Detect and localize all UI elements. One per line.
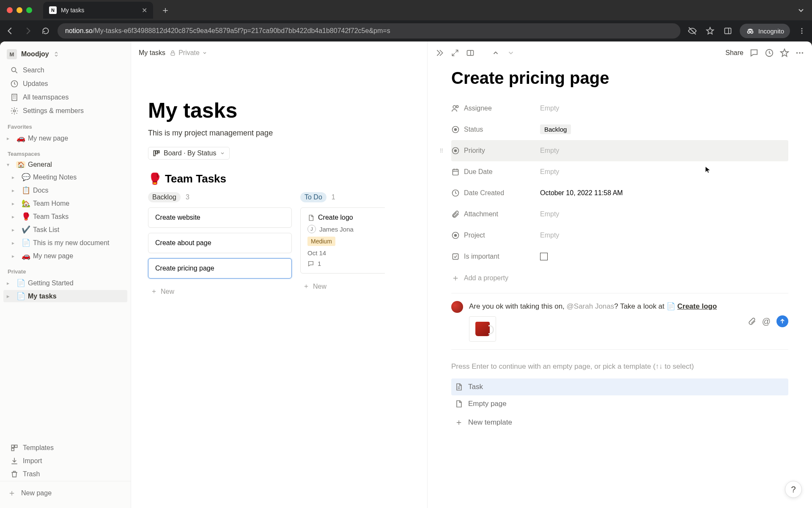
privacy-badge[interactable]: Private bbox=[170, 49, 207, 57]
inline-page-link[interactable]: Create logo bbox=[678, 302, 717, 310]
sidebar-import[interactable]: Import bbox=[3, 455, 127, 467]
prop-value[interactable]: Backlog bbox=[540, 126, 788, 133]
view-switcher[interactable]: Board · By Status bbox=[148, 147, 230, 160]
private-page[interactable]: ▸📄Getting Started bbox=[3, 277, 127, 289]
teamspace-page[interactable]: ▸📄This is my new document bbox=[3, 237, 127, 249]
incognito-badge[interactable]: Incognito bbox=[740, 24, 790, 38]
maximize-window-icon[interactable] bbox=[26, 7, 32, 13]
updates-icon[interactable] bbox=[765, 48, 774, 58]
prop-project[interactable]: Project Empty bbox=[451, 225, 788, 246]
breadcrumb[interactable]: My tasks Private bbox=[139, 49, 207, 57]
board-card[interactable]: Create website bbox=[148, 207, 292, 228]
sidebar-templates[interactable]: Templates bbox=[3, 442, 127, 454]
comments-icon[interactable] bbox=[749, 48, 759, 58]
tab-overflow-icon[interactable] bbox=[798, 7, 808, 14]
browser-tab[interactable]: N My tasks ✕ bbox=[43, 2, 153, 19]
reload-button[interactable] bbox=[40, 25, 52, 37]
expand-icon[interactable] bbox=[450, 48, 460, 58]
help-button[interactable]: ? bbox=[785, 481, 802, 498]
attach-icon[interactable] bbox=[748, 317, 756, 326]
chevron-right-icon[interactable]: ▸ bbox=[12, 188, 19, 193]
new-card-button[interactable]: ＋New bbox=[148, 284, 292, 299]
page-title[interactable]: My tasks bbox=[148, 98, 415, 123]
bookmark-star-icon[interactable] bbox=[704, 25, 716, 37]
share-button[interactable]: Share bbox=[725, 49, 743, 57]
chevron-right-icon[interactable]: ▸ bbox=[12, 227, 19, 233]
prop-is-important[interactable]: Is important bbox=[451, 246, 788, 267]
chevron-down-icon[interactable]: ▾ bbox=[7, 162, 14, 168]
teamspace-page[interactable]: ▸📋Docs bbox=[3, 184, 127, 196]
chevron-right-icon[interactable]: ▸ bbox=[7, 135, 14, 141]
sidebar-item-all-teamspaces[interactable]: All teamspaces bbox=[3, 91, 127, 104]
teamspace-page[interactable]: ▸💬Meeting Notes bbox=[3, 171, 127, 183]
chevron-right-icon[interactable]: ▸ bbox=[12, 253, 19, 259]
teamspace-page[interactable]: ▸🏡Team Home bbox=[3, 197, 127, 210]
back-button[interactable] bbox=[4, 25, 16, 37]
prop-value[interactable] bbox=[540, 253, 788, 260]
private-page-active[interactable]: ▸📄My tasks bbox=[3, 290, 127, 302]
prop-date-created[interactable]: Date Created October 10, 2022 11:58 AM bbox=[451, 182, 788, 204]
eye-off-icon[interactable] bbox=[686, 25, 698, 37]
column-header[interactable]: To Do 1 bbox=[300, 192, 385, 202]
prop-value[interactable]: Empty bbox=[540, 105, 788, 112]
template-task[interactable]: Task bbox=[451, 378, 788, 395]
peek-title[interactable]: Create pricing page bbox=[451, 69, 788, 88]
prop-assignee[interactable]: Assignee Empty bbox=[451, 98, 788, 119]
comment-composer[interactable]: Are you ok with taking this on, @Sarah J… bbox=[451, 293, 788, 350]
close-peek-icon[interactable] bbox=[435, 48, 444, 58]
board-card[interactable]: Create logo JJames Jona Medium Oct 14 1 bbox=[300, 207, 385, 273]
new-page-button[interactable]: ＋ New page bbox=[0, 481, 131, 505]
mention-icon[interactable]: @ bbox=[762, 317, 771, 326]
teamspace-page[interactable]: ▸✔️Task List bbox=[3, 224, 127, 236]
prop-priority[interactable]: ⠿ Priority Empty bbox=[451, 140, 788, 161]
close-window-icon[interactable] bbox=[7, 7, 13, 13]
sidebar-item-search[interactable]: Search bbox=[3, 64, 127, 77]
next-page-icon[interactable] bbox=[506, 48, 516, 58]
prop-attachment[interactable]: Attachment Empty bbox=[451, 204, 788, 225]
prop-value[interactable]: Empty bbox=[540, 168, 788, 176]
url-field[interactable]: notion.so/My-tasks-e6f34988812d420c875c9… bbox=[58, 23, 680, 39]
teamspace-page[interactable]: ▸🥊Team Tasks bbox=[3, 210, 127, 223]
checkbox-input[interactable] bbox=[540, 253, 548, 260]
close-tab-icon[interactable]: ✕ bbox=[142, 6, 147, 14]
prop-value[interactable]: Empty bbox=[540, 147, 788, 155]
add-property-button[interactable]: ＋ Add a property bbox=[451, 267, 788, 289]
chevron-right-icon[interactable]: ▸ bbox=[12, 214, 19, 220]
comment-attachment[interactable] bbox=[469, 316, 496, 342]
peek-mode-icon[interactable] bbox=[466, 48, 475, 58]
panel-icon[interactable] bbox=[722, 25, 734, 37]
forward-button[interactable] bbox=[22, 25, 34, 37]
chevron-right-icon[interactable]: ▸ bbox=[7, 280, 14, 286]
template-new[interactable]: ＋ New template bbox=[451, 412, 788, 432]
sidebar-trash[interactable]: Trash bbox=[3, 468, 127, 480]
board-card[interactable]: Create about page bbox=[148, 233, 292, 253]
template-empty-page[interactable]: Empty page bbox=[451, 395, 788, 412]
teamspace-general[interactable]: ▾ 🏠 General bbox=[3, 159, 127, 170]
prop-value[interactable]: Empty bbox=[540, 232, 788, 239]
prop-status[interactable]: Status Backlog bbox=[451, 119, 788, 140]
chevron-right-icon[interactable]: ▸ bbox=[12, 201, 19, 207]
linked-db-header[interactable]: 🥊 Team Tasks bbox=[148, 172, 415, 185]
chevron-right-icon[interactable]: ▸ bbox=[7, 293, 14, 299]
board-card-selected[interactable]: Create pricing page bbox=[148, 258, 292, 279]
comment-text[interactable]: Are you ok with taking this on, @Sarah J… bbox=[469, 301, 742, 342]
mention[interactable]: @Sarah Jonas bbox=[567, 302, 614, 310]
workspace-switcher[interactable]: M Moodjoy bbox=[0, 45, 131, 64]
new-tab-button[interactable]: ＋ bbox=[156, 4, 174, 17]
new-card-button[interactable]: ＋New bbox=[300, 279, 385, 294]
prev-page-icon[interactable] bbox=[491, 48, 500, 58]
sidebar-item-settings[interactable]: Settings & members bbox=[3, 105, 127, 117]
sidebar-item-updates[interactable]: Updates bbox=[3, 77, 127, 90]
prop-due-date[interactable]: Due Date Empty bbox=[451, 161, 788, 182]
favorite-icon[interactable] bbox=[780, 48, 789, 58]
prop-value[interactable]: Empty bbox=[540, 210, 788, 218]
chevron-right-icon[interactable]: ▸ bbox=[12, 174, 19, 180]
browser-menu-icon[interactable] bbox=[796, 25, 808, 37]
send-button[interactable] bbox=[776, 315, 788, 327]
chevron-right-icon[interactable]: ▸ bbox=[12, 240, 19, 246]
minimize-window-icon[interactable] bbox=[16, 7, 22, 13]
favorite-item[interactable]: ▸ 🚗 My new page bbox=[3, 132, 127, 144]
column-header[interactable]: Backlog 3 bbox=[148, 192, 292, 202]
more-icon[interactable] bbox=[795, 48, 804, 58]
drag-handle-icon[interactable]: ⠿ bbox=[439, 148, 444, 154]
